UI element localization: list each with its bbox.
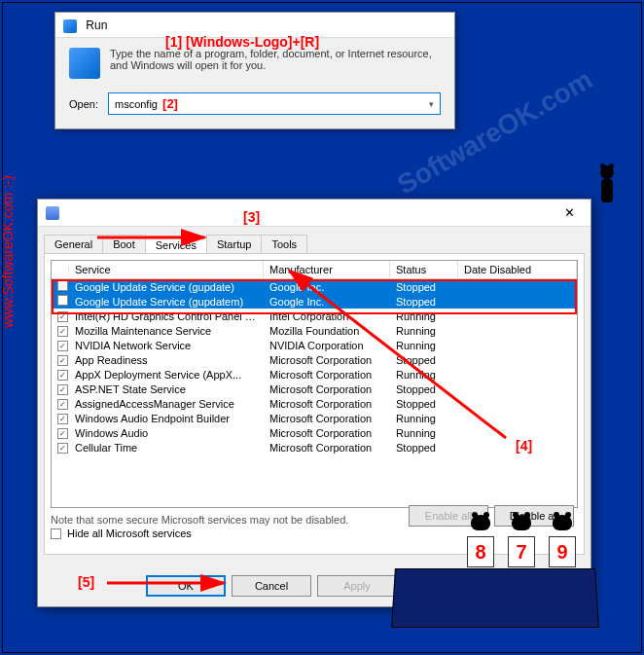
service-name: NVIDIA Network Service xyxy=(69,340,264,351)
service-status: Running xyxy=(390,427,458,439)
service-manufacturer: Mozilla Foundation xyxy=(264,325,390,337)
tab-tools[interactable]: Tools xyxy=(261,235,307,253)
services-table: Service Manufacturer Status Date Disable… xyxy=(51,260,578,508)
table-row[interactable]: ✓Windows AudioMicrosoft CorporationRunni… xyxy=(52,425,577,440)
watermark-left: www.SoftwareOK.com :-) xyxy=(0,175,16,327)
service-manufacturer: Google Inc. xyxy=(264,281,390,293)
service-checkbox[interactable] xyxy=(57,280,68,291)
service-name: Intel(R) HD Graphics Control Panel Se... xyxy=(69,310,264,322)
service-checkbox[interactable]: ✓ xyxy=(57,311,68,322)
service-checkbox[interactable] xyxy=(57,295,68,306)
annotation-5: [5] xyxy=(78,574,94,590)
tab-general[interactable]: General xyxy=(44,235,103,253)
service-name: Mozilla Maintenance Service xyxy=(69,325,264,337)
tab-services[interactable]: Services xyxy=(145,236,207,254)
service-manufacturer: Microsoft Corporation xyxy=(264,427,390,439)
service-name: App Readiness xyxy=(69,354,264,366)
services-panel: Service Manufacturer Status Date Disable… xyxy=(44,253,585,555)
service-checkbox[interactable]: ✓ xyxy=(57,355,68,366)
score-card-2: 7 xyxy=(508,536,535,567)
service-manufacturer: Google Inc. xyxy=(264,296,390,308)
table-row[interactable]: ✓ASP.NET State ServiceMicrosoft Corporat… xyxy=(52,382,577,396)
service-checkbox[interactable]: ✓ xyxy=(57,370,68,381)
header-status[interactable]: Status xyxy=(390,261,458,278)
service-status: Stopped xyxy=(390,354,458,366)
run-dialog: Run Type the name of a program, folder, … xyxy=(54,12,455,129)
table-row[interactable]: ✓AssignedAccessManager ServiceMicrosoft … xyxy=(52,396,577,411)
apply-button[interactable]: Apply xyxy=(317,575,397,597)
run-open-label: Open: xyxy=(69,98,98,110)
service-name: AssignedAccessManager Service xyxy=(69,398,264,410)
service-status: Running xyxy=(390,310,458,322)
table-row[interactable]: ✓Cellular TimeMicrosoft CorporationStopp… xyxy=(52,440,577,455)
service-checkbox[interactable]: ✓ xyxy=(57,428,68,439)
service-name: ASP.NET State Service xyxy=(69,383,264,395)
table-header: Service Manufacturer Status Date Disable… xyxy=(52,261,577,279)
run-open-value: msconfig xyxy=(115,98,158,110)
annotation-3: [3] xyxy=(243,209,260,225)
service-name: Windows Audio xyxy=(69,427,264,439)
service-status: Running xyxy=(390,413,458,424)
msconfig-icon xyxy=(46,206,59,220)
service-status: Stopped xyxy=(390,296,458,308)
service-checkbox[interactable]: ✓ xyxy=(57,326,68,337)
run-description: Type the name of a program, folder, docu… xyxy=(110,48,441,71)
cancel-button[interactable]: Cancel xyxy=(232,575,311,597)
service-manufacturer: Microsoft Corporation xyxy=(264,369,390,381)
service-status: Stopped xyxy=(390,398,458,410)
service-manufacturer: Microsoft Corporation xyxy=(264,354,390,366)
service-manufacturer: Microsoft Corporation xyxy=(264,413,390,424)
tabs: GeneralBootServicesStartupTools xyxy=(44,235,585,253)
hide-ms-label: Hide all Microsoft services xyxy=(67,528,192,539)
service-name: Windows Audio Endpoint Builder xyxy=(69,413,264,424)
chevron-down-icon[interactable]: ▾ xyxy=(429,99,434,109)
run-title-icon xyxy=(63,19,77,33)
decorative-climber xyxy=(588,165,626,234)
tab-startup[interactable]: Startup xyxy=(206,235,262,253)
ok-button[interactable]: OK xyxy=(146,575,226,597)
run-open-input[interactable]: msconfig [2] ▾ xyxy=(108,92,441,115)
table-row[interactable]: ✓Intel(R) HD Graphics Control Panel Se..… xyxy=(52,309,577,323)
service-status: Stopped xyxy=(390,442,458,454)
service-manufacturer: Microsoft Corporation xyxy=(264,442,390,454)
header-date[interactable]: Date Disabled xyxy=(458,261,577,278)
service-status: Stopped xyxy=(390,281,458,293)
close-icon[interactable]: ✕ xyxy=(552,201,587,225)
service-manufacturer: Microsoft Corporation xyxy=(264,383,390,395)
table-row[interactable]: Google Update Service (gupdatem)Google I… xyxy=(52,294,577,309)
tab-boot[interactable]: Boot xyxy=(102,235,146,253)
service-checkbox[interactable]: ✓ xyxy=(57,443,68,454)
table-row[interactable]: ✓Windows Audio Endpoint BuilderMicrosoft… xyxy=(52,411,577,425)
service-manufacturer: NVIDIA Corporation xyxy=(264,340,390,351)
service-name: Google Update Service (gupdatem) xyxy=(69,296,264,308)
header-service[interactable]: Service xyxy=(69,261,264,278)
header-manufacturer[interactable]: Manufacturer xyxy=(264,261,390,278)
service-manufacturer: Microsoft Corporation xyxy=(264,398,390,410)
msconfig-titlebar: ✕ xyxy=(38,200,590,227)
service-name: AppX Deployment Service (AppX... xyxy=(69,369,264,381)
table-row[interactable]: ✓Mozilla Maintenance ServiceMozilla Foun… xyxy=(52,323,577,338)
service-status: Running xyxy=(390,325,458,337)
table-row[interactable]: Google Update Service (gupdate)Google In… xyxy=(52,279,577,294)
service-manufacturer: Intel Corporation xyxy=(264,310,390,322)
service-status: Running xyxy=(390,369,458,381)
table-row[interactable]: ✓AppX Deployment Service (AppX...Microso… xyxy=(52,367,577,382)
annotation-4: [4] xyxy=(516,438,532,454)
decorative-judge-cards: 8 7 9 xyxy=(467,515,576,567)
decorative-desk xyxy=(391,568,599,628)
run-app-icon xyxy=(69,48,100,79)
score-card-3: 9 xyxy=(549,536,576,567)
table-row[interactable]: ✓App ReadinessMicrosoft CorporationStopp… xyxy=(52,352,577,367)
score-card-1: 8 xyxy=(467,536,494,567)
table-row[interactable]: ✓NVIDIA Network ServiceNVIDIA Corporatio… xyxy=(52,338,577,352)
service-checkbox[interactable]: ✓ xyxy=(57,384,68,395)
service-checkbox[interactable]: ✓ xyxy=(57,341,68,351)
service-status: Stopped xyxy=(390,383,458,395)
run-title-text: Run xyxy=(86,18,107,32)
hide-ms-checkbox[interactable] xyxy=(51,528,61,539)
service-status: Running xyxy=(390,340,458,351)
service-checkbox[interactable]: ✓ xyxy=(57,414,68,424)
service-name: Google Update Service (gupdate) xyxy=(69,281,264,293)
annotation-2: [2] xyxy=(162,96,178,111)
service-checkbox[interactable]: ✓ xyxy=(57,399,68,410)
